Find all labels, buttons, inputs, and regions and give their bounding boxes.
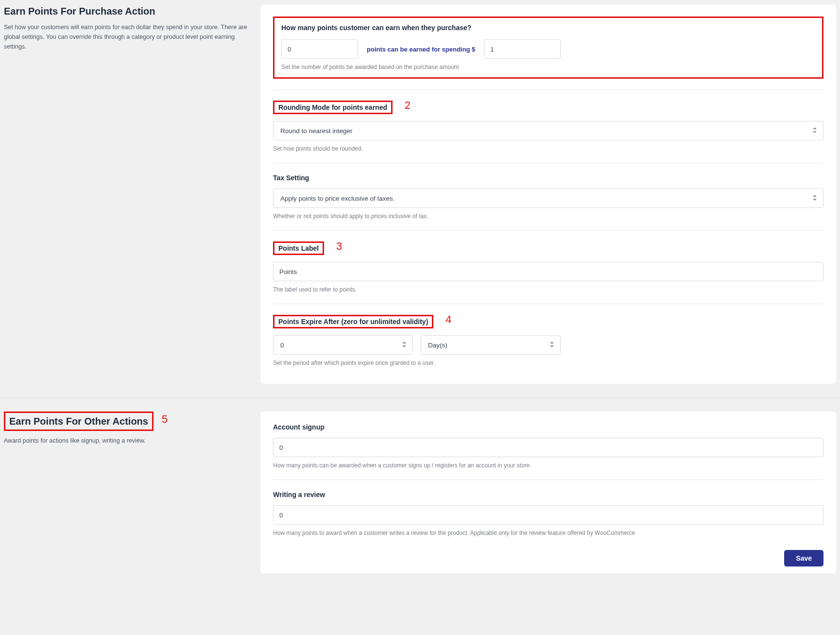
points-label-help: The label used to refer to points. <box>273 286 823 293</box>
section-purchase-side: Earn Points For Purchase Action Set how … <box>4 5 260 51</box>
expire-unit: Day(s) <box>428 342 447 349</box>
earn-points-title: How many points customer can earn when t… <box>281 24 813 32</box>
signup-help: How many points can be awarded when a cu… <box>273 462 823 469</box>
group-tax: Tax Setting Apply points to price exclus… <box>273 163 823 230</box>
highlight-earn-points: 1 How many points customer can earn when… <box>273 17 823 79</box>
section-other-title: Earn Points For Other Actions <box>9 415 148 428</box>
points-label-title: Points Label <box>278 244 319 252</box>
expire-unit-select[interactable]: Day(s) <box>421 335 561 355</box>
other-actions-card: Account signup How many points can be aw… <box>260 412 836 573</box>
tax-help: Whether or not points should apply to pr… <box>273 213 823 220</box>
section-other-desc: Award points for actions like signup, wr… <box>4 436 249 446</box>
annotation-3: 3 <box>336 240 342 253</box>
section-other-side: Earn Points For Other Actions 5 Award po… <box>4 412 260 446</box>
points-label-input[interactable] <box>273 262 823 281</box>
annotation-4: 4 <box>446 313 451 326</box>
rounding-help: Set how points should be rounded. <box>273 145 823 152</box>
group-earn-points: 1 How many points customer can earn when… <box>273 17 823 89</box>
annotation-5: 5 <box>162 413 168 426</box>
annotation-2: 2 <box>405 99 411 112</box>
earn-points-mid-label: points can be earned for spending $ <box>367 46 475 53</box>
expire-title: Points Expire After (zero for unlimited … <box>278 318 428 326</box>
highlight-expire: Points Expire After (zero for unlimited … <box>273 315 433 328</box>
review-points-input[interactable] <box>273 505 823 525</box>
rounding-title: Rounding Mode for points earned <box>278 103 387 111</box>
updown-icon <box>812 194 817 202</box>
section-purchase-action: Earn Points For Purchase Action Set how … <box>0 5 840 397</box>
settings-page: Earn Points For Purchase Action Set how … <box>0 0 840 606</box>
tax-select[interactable]: Apply points to price exclusive of taxes… <box>273 189 823 208</box>
expire-value: 0 <box>280 342 284 349</box>
section-other-actions: Earn Points For Other Actions 5 Award po… <box>0 397 840 587</box>
expire-value-select[interactable]: 0 <box>273 335 413 355</box>
updown-icon <box>812 127 817 135</box>
review-title: Writing a review <box>273 491 325 498</box>
highlight-rounding: Rounding Mode for points earned 2 <box>273 101 393 114</box>
earn-points-row: points can be earned for spending $ <box>281 39 813 59</box>
highlight-points-label: Points Label 3 <box>273 241 324 255</box>
group-expire: Points Expire After (zero for unlimited … <box>273 304 823 377</box>
updown-icon <box>549 341 554 349</box>
save-button[interactable]: Save <box>784 550 823 566</box>
expire-row: 0 Day(s) <box>273 335 823 355</box>
section-purchase-title: Earn Points For Purchase Action <box>4 5 249 17</box>
group-points-label: Points Label 3 The label used to refer t… <box>273 230 823 304</box>
tax-select-value: Apply points to price exclusive of taxes… <box>280 195 395 202</box>
section-purchase-desc: Set how your customers will earn points … <box>4 22 249 51</box>
highlight-other-actions: Earn Points For Other Actions 5 <box>4 412 154 431</box>
earn-points-help: Set the number of points be awarded base… <box>281 64 813 70</box>
group-rounding: Rounding Mode for points earned 2 Round … <box>273 89 823 163</box>
group-signup: Account signup How many points can be aw… <box>273 423 823 480</box>
rounding-select-value: Round to nearest integer <box>280 127 353 135</box>
group-review: Writing a review How many points to awar… <box>273 480 823 547</box>
signup-points-input[interactable] <box>273 438 823 457</box>
expire-help: Set the period after which points expire… <box>273 360 823 366</box>
updown-icon <box>402 341 407 349</box>
signup-title: Account signup <box>273 423 325 431</box>
review-help: How many points to award when a customer… <box>273 530 823 536</box>
spend-amount-input[interactable] <box>484 39 561 59</box>
rounding-select[interactable]: Round to nearest integer <box>273 121 823 140</box>
points-per-purchase-input[interactable] <box>281 39 358 59</box>
purchase-card: 1 How many points customer can earn when… <box>260 5 836 384</box>
tax-title: Tax Setting <box>273 174 309 182</box>
card-footer: Save <box>273 547 823 566</box>
